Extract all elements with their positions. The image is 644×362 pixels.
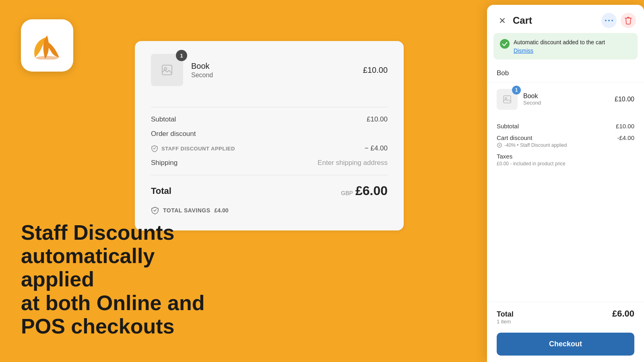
shipping-label: Shipping xyxy=(151,159,178,167)
total-currency: GBP xyxy=(341,190,353,196)
shipping-row: Shipping Enter shipping address xyxy=(151,159,388,167)
product-info: Book Second xyxy=(191,62,363,79)
svg-point-5 xyxy=(611,20,613,21)
checkmark-icon xyxy=(502,42,508,46)
svg-point-3 xyxy=(605,20,607,21)
svg-rect-1 xyxy=(162,65,172,75)
cart-discount-section: Cart discount -£4.00 -40% • Staff Discou… xyxy=(497,134,634,148)
svg-point-4 xyxy=(608,20,610,21)
cart-taxes-label: Taxes xyxy=(497,153,512,160)
logo-svg xyxy=(29,31,65,60)
cart-item-info: Book Second xyxy=(523,93,609,106)
more-icon xyxy=(605,19,613,22)
savings-value: £4.00 xyxy=(214,207,228,214)
cart-title: Cart xyxy=(513,15,601,26)
notification-text: Automatic discount added to the cart Dis… xyxy=(514,39,631,54)
product-image-wrapper: 1 xyxy=(151,54,183,86)
cart-totals-section: Subtotal £10.00 Cart discount -£4.00 -40… xyxy=(487,116,644,302)
receipt-card: 1 Book Second £10.00 Subtotal £10.00 Ord… xyxy=(135,41,404,230)
hero-line-2: automatically applied xyxy=(21,244,155,291)
more-button[interactable] xyxy=(601,13,617,28)
cart-discount-sub: -40% • Staff Discount applied xyxy=(497,142,634,148)
product-name: Book xyxy=(191,62,363,71)
cart-discount-value: -£4.00 xyxy=(617,134,634,141)
delete-icon xyxy=(625,16,632,25)
savings-row: TOTAL SAVINGS £4.00 xyxy=(151,206,388,214)
image-placeholder-icon xyxy=(161,64,173,76)
delete-button[interactable] xyxy=(621,13,636,28)
savings-label: TOTAL SAVINGS xyxy=(163,207,210,214)
cart-item-subtitle: Second xyxy=(523,100,609,106)
cart-subtotal-line: Subtotal £10.00 xyxy=(497,123,634,130)
staff-discount-row: STAFF DISCOUNT APPLIED − £4.00 xyxy=(151,144,388,152)
cart-subtotal-label: Subtotal xyxy=(497,123,519,130)
checkout-button[interactable]: Checkout xyxy=(497,333,634,356)
product-row: 1 Book Second £10.00 xyxy=(151,54,388,94)
divider xyxy=(151,107,388,107)
hero-heading: Staff Discounts automatically applied at… xyxy=(21,221,222,338)
cart-footer-total-label: Total xyxy=(497,310,514,319)
notification-message: Automatic discount added to the cart xyxy=(514,39,631,47)
close-button[interactable] xyxy=(495,13,510,28)
app-icon xyxy=(21,19,73,72)
staff-discount-value: − £4.00 xyxy=(365,144,388,152)
cart-taxes-sub: £0.00 - included in product price xyxy=(497,161,634,167)
total-value-group: GBP £6.00 xyxy=(341,183,388,198)
total-label: Total xyxy=(151,186,171,196)
hero-line-1: Staff Discounts xyxy=(21,221,174,244)
order-discount-line: Order discount xyxy=(151,130,388,138)
tag-icon xyxy=(151,145,158,152)
cart-image-placeholder-icon xyxy=(502,95,512,104)
cart-footer-total-row: Total 1 item £6.00 xyxy=(497,309,634,325)
cart-footer-total-left: Total 1 item xyxy=(497,310,514,325)
order-discount-label: Order discount xyxy=(151,130,196,138)
total-row: Total GBP £6.00 xyxy=(151,183,388,198)
cart-discount-main: Cart discount -£4.00 xyxy=(497,134,634,141)
divider-2 xyxy=(151,175,388,175)
check-icon xyxy=(500,39,510,49)
subtotal-line: Subtotal £10.00 xyxy=(151,115,388,123)
product-subtitle: Second xyxy=(191,72,363,79)
cart-subtotal-value: £10.00 xyxy=(616,123,634,130)
hero-line-4: POS checkouts xyxy=(21,315,174,338)
customer-section: Bob xyxy=(487,64,644,82)
dismiss-button[interactable]: Dismiss xyxy=(514,47,533,54)
discount-sub-icon xyxy=(497,142,502,148)
subtotal-value: £10.00 xyxy=(367,115,388,123)
cart-panel: Cart Automatic discount adde xyxy=(487,5,644,362)
svg-rect-6 xyxy=(504,96,511,103)
cart-taxes-main: Taxes xyxy=(497,153,634,160)
savings-icon xyxy=(151,206,159,214)
cart-footer-total-value: £6.00 xyxy=(612,309,634,319)
staff-discount-label: STAFF DISCOUNT APPLIED xyxy=(151,145,235,152)
cart-item-row: 1 Book Second £10.00 xyxy=(497,89,634,110)
cart-discount-label: Cart discount xyxy=(497,134,532,141)
total-value: £6.00 xyxy=(355,183,388,198)
notification-banner: Automatic discount added to the cart Dis… xyxy=(493,33,638,60)
subtotal-label: Subtotal xyxy=(151,115,176,123)
product-badge: 1 xyxy=(176,50,187,61)
shipping-value: Enter shipping address xyxy=(318,159,388,167)
cart-taxes-section: Taxes £0.00 - included in product price xyxy=(497,153,634,167)
cart-footer: Total 1 item £6.00 Checkout xyxy=(487,302,644,362)
cart-item-name: Book xyxy=(523,93,609,100)
hero-line-3: at both Online and xyxy=(21,291,204,315)
cart-items-section: 1 Book Second £10.00 xyxy=(487,82,644,116)
svg-point-0 xyxy=(36,56,58,60)
cart-header-actions xyxy=(601,13,636,28)
close-icon xyxy=(498,16,507,25)
hero-text: Staff Discounts automatically applied at… xyxy=(21,221,222,338)
cart-discount-sub-text: -40% • Staff Discount applied xyxy=(504,142,567,148)
product-price: £10.00 xyxy=(363,66,388,75)
customer-name: Bob xyxy=(497,69,509,77)
cart-item-image-wrapper: 1 xyxy=(497,89,518,110)
cart-footer-total-items: 1 item xyxy=(497,319,514,325)
staff-discount-text: STAFF DISCOUNT APPLIED xyxy=(161,146,235,152)
cart-item-price: £10.00 xyxy=(615,96,634,103)
cart-item-badge: 1 xyxy=(512,86,521,95)
